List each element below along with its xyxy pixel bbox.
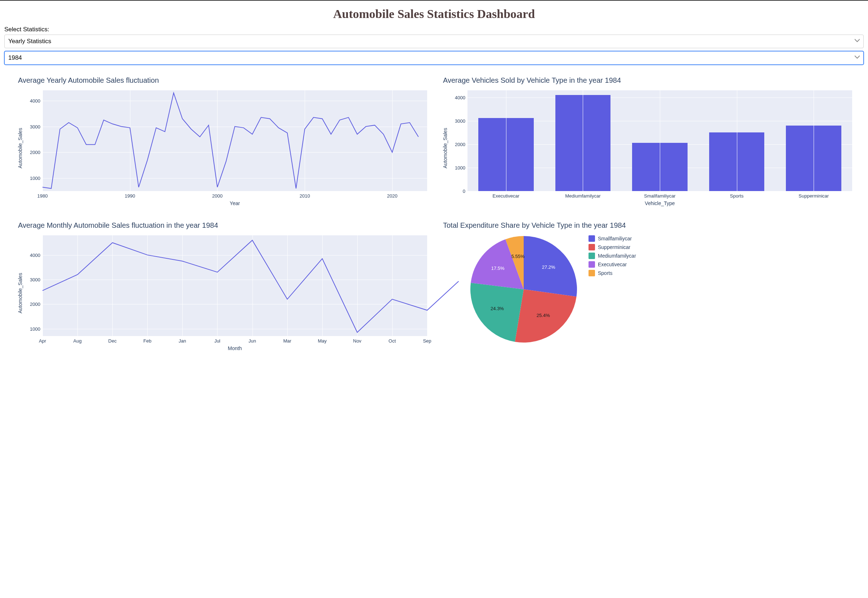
pie-slice-label: 25.4% — [537, 312, 550, 318]
chart-title: Average Vehicles Sold by Vehicle Type in… — [443, 76, 852, 85]
y-axis-label: Automobile_Sales — [16, 90, 24, 206]
year-dropdown-value: 1984 — [8, 54, 22, 61]
legend-label: Mediumfamilycar — [598, 253, 636, 259]
y-tick: 1000 — [21, 176, 42, 181]
y-tick: 4000 — [446, 95, 468, 100]
legend-label: Supperminicar — [598, 244, 630, 250]
legend-label: Sports — [598, 270, 612, 276]
plot-area[interactable]: 01000200030004000ExecutivecarMediumfamil… — [468, 90, 852, 191]
legend-swatch — [589, 253, 595, 259]
pie-slice[interactable] — [471, 283, 524, 342]
plot-area[interactable]: 1000200030004000AprAugDecFebJanJulJunMar… — [42, 235, 427, 336]
legend-item[interactable]: Sports — [589, 270, 636, 277]
chevron-down-icon — [855, 54, 860, 61]
pie-slice-label: 24.3% — [490, 306, 504, 311]
pie-slice-label: 5.55% — [511, 254, 525, 259]
y-tick: 1000 — [446, 165, 468, 170]
chart-title: Total Expenditure Share by Vehicle Type … — [443, 221, 852, 230]
y-tick: 3000 — [21, 277, 42, 282]
plot-area[interactable]: 100020003000400019801990200020102020 — [42, 90, 427, 191]
y-tick: 0 — [446, 188, 468, 194]
pie-legend: SmallfamiliycarSupperminicarMediumfamily… — [589, 235, 636, 278]
y-tick: 2000 — [21, 302, 42, 307]
chart-yearly-line: Average Yearly Automobile Sales fluctuat… — [14, 70, 429, 208]
year-dropdown[interactable]: 1984 — [4, 51, 864, 65]
legend-item[interactable]: Smallfamiliycar — [589, 235, 636, 242]
legend-swatch — [589, 270, 595, 277]
legend-item[interactable]: Supperminicar — [589, 244, 636, 250]
legend-swatch — [589, 235, 595, 242]
x-axis-label: Year — [42, 200, 427, 206]
legend-label: Executivecar — [598, 262, 627, 267]
legend-swatch — [589, 261, 595, 268]
chart-vehicle-bar: Average Vehicles Sold by Vehicle Type in… — [439, 70, 854, 208]
legend-item[interactable]: Mediumfamilycar — [589, 253, 636, 259]
pie-slice-label: 27.2% — [542, 265, 555, 270]
chart-title: Average Yearly Automobile Sales fluctuat… — [18, 76, 427, 85]
pie-slice-label: 17.5% — [491, 266, 505, 271]
statistics-dropdown[interactable]: Yearly Statistics — [4, 34, 864, 48]
chart-title: Average Monthly Automobile Sales fluctua… — [18, 221, 427, 230]
statistics-dropdown-value: Yearly Statistics — [8, 38, 51, 45]
y-tick: 2000 — [446, 141, 468, 147]
y-tick: 1000 — [21, 326, 42, 331]
plot-area[interactable]: 27.2%25.4%24.3%17.5%5.55% — [470, 235, 578, 343]
y-tick: 2000 — [21, 150, 42, 155]
legend-label: Smallfamiliycar — [598, 236, 632, 241]
y-tick: 4000 — [21, 252, 42, 258]
x-axis-label: Vehicle_Type — [468, 200, 852, 206]
y-tick: 4000 — [21, 98, 42, 103]
y-tick: 3000 — [446, 118, 468, 123]
y-tick: 3000 — [21, 124, 42, 129]
x-axis-label: Month — [42, 345, 427, 351]
page-title: Automobile Sales Statistics Dashboard — [0, 7, 868, 21]
chart-monthly-line: Average Monthly Automobile Sales fluctua… — [14, 215, 429, 353]
chevron-down-icon — [855, 38, 860, 45]
chart-expenditure-pie: Total Expenditure Share by Vehicle Type … — [439, 215, 854, 353]
legend-item[interactable]: Executivecar — [589, 261, 636, 268]
select-statistics-label: Select Statistics: — [4, 26, 864, 33]
legend-swatch — [589, 244, 595, 250]
